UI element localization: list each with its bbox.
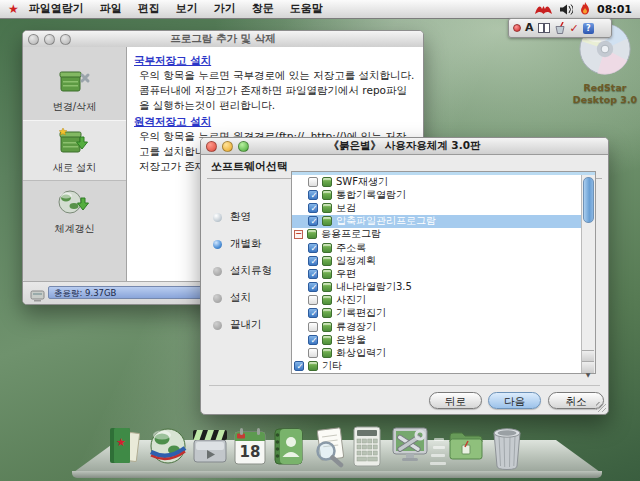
package-row[interactable]: 주소록 <box>292 241 582 254</box>
volume-icon[interactable] <box>559 0 573 19</box>
checkbox[interactable] <box>308 190 318 200</box>
package-row[interactable]: 일정계획 <box>292 254 582 267</box>
package-row[interactable]: 은방울 <box>292 333 582 346</box>
category-sidebar: 변경/삭제 새로 설치 <box>23 47 127 282</box>
package-row[interactable]: 기록편집기 <box>292 307 582 320</box>
menu-edit[interactable]: 편집 <box>130 0 168 18</box>
checkbox[interactable] <box>308 203 318 213</box>
sidebar-item-system-update[interactable]: 체계갱신 <box>23 181 126 242</box>
dock-icon-web-browser[interactable] <box>148 424 188 472</box>
package-row[interactable]: 내나라열람기3.5 <box>292 281 582 294</box>
ime-help-icon[interactable]: ? <box>583 23 594 34</box>
step-bullet <box>213 294 222 303</box>
package-icon <box>322 190 332 200</box>
package-icon <box>322 177 332 187</box>
dock-icon-calculator[interactable] <box>350 424 384 472</box>
menu-help[interactable]: 도움말 <box>282 0 331 18</box>
dock-icon-contacts[interactable] <box>270 424 306 472</box>
package-icon <box>308 361 318 371</box>
package-row[interactable]: SWF재생기 <box>292 175 582 188</box>
ime-check-icon[interactable]: ✓ <box>570 22 579 35</box>
local-repo-install-link[interactable]: 국부저장고 설치 <box>134 54 416 68</box>
package-group-row[interactable]: 응용프로그람 <box>292 228 582 241</box>
minimize-button[interactable] <box>222 141 233 152</box>
globe-update-icon <box>57 188 93 220</box>
dock-icon-notes[interactable]: ★ <box>104 424 142 472</box>
red-star-menu-icon[interactable]: ★ <box>8 0 19 18</box>
dock-icon-media-player[interactable] <box>190 424 230 472</box>
ime-letter-icon[interactable]: A <box>525 20 534 36</box>
divider <box>209 385 600 386</box>
scrollbar-thumb[interactable] <box>583 177 594 223</box>
dock-icon-applications-folder[interactable] <box>446 424 486 468</box>
palette-close-icon[interactable] <box>513 24 521 32</box>
checkbox[interactable] <box>308 348 318 358</box>
sidebar-item-label: 변경/삭제 <box>53 100 96 114</box>
package-icon <box>322 335 332 345</box>
window2-titlebar[interactable]: 《붉은별》 사용자용체계 3.0판 <box>201 138 608 155</box>
window-installer: 《붉은별》 사용자용체계 3.0판 쏘프트웨어선택 환영 개별화 설치류형 설치… <box>200 137 609 415</box>
remote-repo-install-link[interactable]: 원격저장고 설치 <box>134 115 416 129</box>
package-icon <box>322 256 332 266</box>
back-button[interactable]: 뒤로 <box>429 392 482 409</box>
wings-indicator-icon[interactable] <box>535 0 552 19</box>
package-row[interactable]: 화상입력기 <box>292 346 582 359</box>
dock-icon-file-search[interactable] <box>310 424 350 472</box>
ime-layout-icon[interactable] <box>538 19 550 38</box>
resize-grip[interactable] <box>596 402 606 412</box>
scrollbar[interactable] <box>581 175 595 373</box>
package-row-selected[interactable]: 압축파일관리프로그람 <box>292 215 582 228</box>
window1-title: 프로그람 추가 및 삭제 <box>83 32 363 46</box>
collapse-icon[interactable] <box>294 230 303 239</box>
package-icon <box>322 295 332 305</box>
sidebar-item-new-install[interactable]: 새로 설치 <box>23 120 126 181</box>
package-row[interactable]: 통합기록열람기 <box>292 188 582 201</box>
menu-bar: ★ 파일열람기 파일 편집 보기 가기 창문 도움말 08:01 <box>0 0 640 19</box>
package-row[interactable]: 사진기 <box>292 294 582 307</box>
step-install: 설치 <box>213 291 289 305</box>
dock-icon-system-tools[interactable] <box>388 424 432 472</box>
checkbox[interactable] <box>308 256 318 266</box>
package-row[interactable]: 우편 <box>292 267 582 280</box>
checkbox[interactable] <box>308 335 318 345</box>
step-welcome: 환영 <box>213 210 289 224</box>
menu-go[interactable]: 가기 <box>206 0 244 18</box>
flame-icon[interactable] <box>580 0 590 19</box>
close-button[interactable] <box>206 141 217 152</box>
checkbox[interactable] <box>308 216 318 226</box>
checkbox[interactable] <box>294 361 304 371</box>
ime-palette: A ✓ ? <box>508 18 612 38</box>
checkbox[interactable] <box>308 269 318 279</box>
package-row[interactable]: 보검 <box>292 201 582 214</box>
checkbox[interactable] <box>308 177 318 187</box>
menu-view[interactable]: 보기 <box>168 0 206 18</box>
next-button[interactable]: 다음 <box>488 392 541 409</box>
dock-icon-calendar[interactable]: 18 <box>232 424 268 472</box>
svg-text:★: ★ <box>116 436 126 449</box>
package-group-row[interactable]: 기타 <box>292 360 582 373</box>
scroll-down-button[interactable] <box>582 361 594 373</box>
step-bullet <box>213 321 222 330</box>
dock-icon-trash[interactable] <box>488 424 526 474</box>
ime-brush-cup-icon[interactable] <box>554 19 566 38</box>
capacity-progress-bar: 총용량: 9.37GB <box>48 286 204 299</box>
checkbox[interactable] <box>308 243 318 253</box>
checkbox[interactable] <box>308 295 318 305</box>
zoom-button[interactable] <box>60 34 71 45</box>
close-button[interactable] <box>28 34 39 45</box>
menu-app-name[interactable]: 파일열람기 <box>29 0 92 18</box>
step-install-type: 설치류형 <box>213 264 289 278</box>
package-remove-icon <box>57 68 93 98</box>
sidebar-item-change-remove[interactable]: 변경/삭제 <box>23 61 126 120</box>
checkbox[interactable] <box>308 282 318 292</box>
window1-titlebar[interactable]: 프로그람 추가 및 삭제 <box>23 31 423 48</box>
zoom-button[interactable] <box>238 141 249 152</box>
minimize-button[interactable] <box>44 34 55 45</box>
checkbox[interactable] <box>308 322 318 332</box>
checkbox[interactable] <box>308 308 318 318</box>
menu-file[interactable]: 파일 <box>92 0 130 18</box>
menu-window[interactable]: 창문 <box>244 0 282 18</box>
package-row[interactable]: 류경장기 <box>292 320 582 333</box>
step-bullet <box>213 213 222 222</box>
package-install-icon <box>57 127 93 159</box>
